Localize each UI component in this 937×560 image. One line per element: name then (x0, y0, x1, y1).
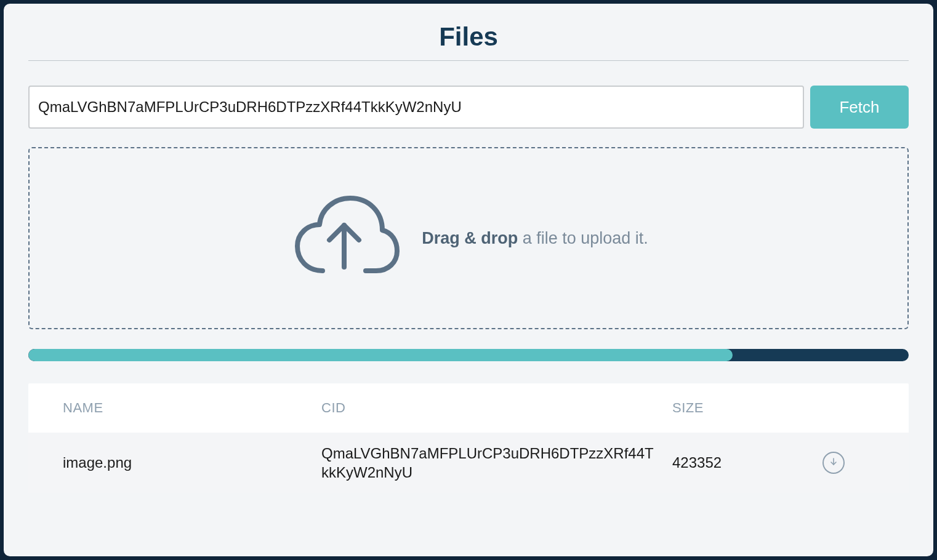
file-size: 423352 (672, 454, 795, 471)
upload-dropzone[interactable]: Drag & drop a file to upload it. (28, 147, 909, 329)
table-row: image.png QmaLVGhBN7aMFPLUrCP3uDRH6DTPzz… (28, 433, 909, 493)
fetch-row: Fetch (28, 86, 909, 129)
col-header-size: SIZE (672, 400, 795, 416)
app-frame: Files Fetch Drag & drop a file to upload… (0, 0, 937, 560)
upload-progress-fill (28, 349, 733, 361)
fetch-button[interactable]: Fetch (810, 86, 909, 129)
title-divider (28, 60, 909, 61)
files-panel: Files Fetch Drag & drop a file to upload… (4, 4, 933, 556)
file-table: NAME CID SIZE image.png QmaLVGhBN7aMFPLU… (28, 383, 909, 493)
upload-progress (28, 349, 909, 361)
file-cid: QmaLVGhBN7aMFPLUrCP3uDRH6DTPzzXRf44TkkKy… (321, 444, 672, 482)
file-table-header: NAME CID SIZE (28, 383, 909, 433)
dropzone-strong: Drag & drop (422, 229, 518, 247)
col-header-cid: CID (321, 400, 672, 416)
download-icon (829, 457, 838, 469)
page-title: Files (28, 22, 909, 52)
cid-input[interactable] (28, 86, 804, 129)
file-name: image.png (63, 454, 321, 471)
dropzone-rest: a file to upload it. (518, 229, 648, 247)
col-header-name: NAME (63, 400, 321, 416)
cloud-upload-icon (289, 191, 400, 286)
dropzone-text: Drag & drop a file to upload it. (422, 229, 648, 248)
download-button[interactable] (822, 452, 845, 474)
